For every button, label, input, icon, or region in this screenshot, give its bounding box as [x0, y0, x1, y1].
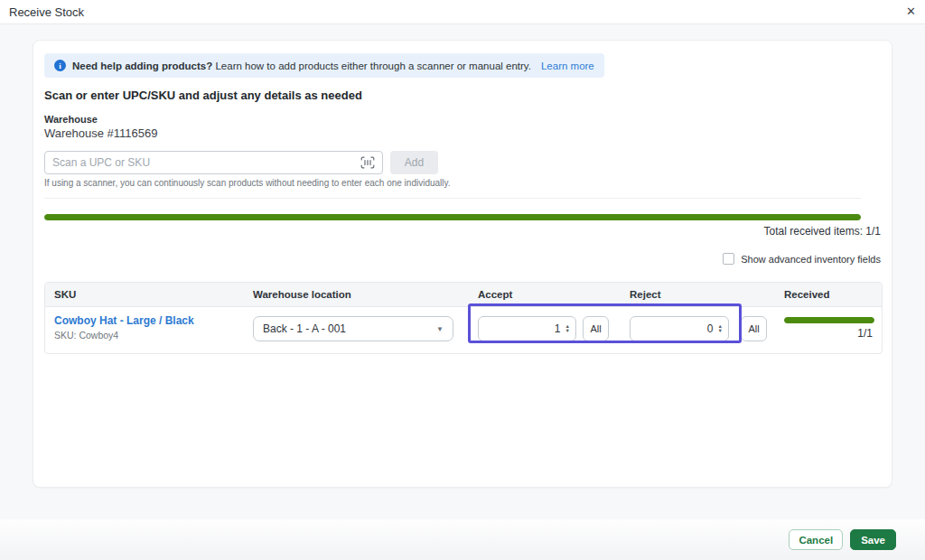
column-header-sku: SKU: [54, 283, 76, 307]
warehouse-label: Warehouse: [44, 114, 98, 125]
chevron-down-icon: ▼: [436, 325, 444, 333]
warehouse-value: Warehouse #1116569: [44, 126, 158, 140]
cancel-button[interactable]: Cancel: [789, 529, 843, 550]
footer-bar: Cancel Save: [0, 519, 925, 560]
total-progress-bar: [44, 214, 861, 220]
scan-input-wrapper: [44, 151, 383, 174]
product-sku-label: SKU: Cowboy4: [54, 330, 118, 341]
receive-stock-card: i Need help adding products? Learn how t…: [33, 40, 892, 488]
barcode-scan-icon: [360, 156, 375, 169]
modal-titlebar: Receive Stock ✕: [0, 0, 925, 24]
scanner-helper-text: If using a scanner, you can continuously…: [44, 178, 451, 188]
info-icon: i: [54, 60, 66, 71]
accept-spinner[interactable]: ▲▼: [565, 324, 570, 333]
spinner-down-icon[interactable]: ▼: [718, 329, 723, 333]
warehouse-location-value: Back - 1 - A - 001: [263, 322, 436, 335]
row-received-progress-bar: [784, 317, 874, 323]
reject-all-button[interactable]: All: [741, 316, 767, 341]
total-progress-fill: [44, 214, 861, 220]
accept-quantity-input[interactable]: [486, 322, 561, 335]
banner-body-text: Learn how to add products either through…: [215, 61, 530, 71]
spinner-down-icon[interactable]: ▼: [565, 329, 570, 333]
section-divider: [44, 198, 861, 199]
learn-more-link[interactable]: Learn more: [541, 61, 594, 71]
show-advanced-row[interactable]: Show advanced inventory fields: [723, 253, 881, 265]
banner-text: Need help adding products? Learn how to …: [72, 61, 531, 71]
add-button[interactable]: Add: [390, 151, 438, 174]
column-header-location: Warehouse location: [253, 283, 351, 307]
reject-quantity-input[interactable]: [638, 322, 714, 335]
help-banner: i Need help adding products? Learn how t…: [44, 53, 604, 78]
column-header-accept: Accept: [478, 283, 512, 307]
reject-quantity-input-wrapper: ▲▼: [630, 316, 729, 341]
banner-bold-text: Need help adding products?: [72, 61, 212, 71]
row-received-progress-fill: [784, 317, 874, 323]
product-name-link[interactable]: Cowboy Hat - Large / Black: [54, 314, 194, 327]
save-button[interactable]: Save: [850, 529, 896, 550]
total-received-label: Total received items: 1/1: [764, 225, 881, 238]
show-advanced-label: Show advanced inventory fields: [741, 254, 881, 265]
row-received-label: 1/1: [857, 327, 873, 340]
table-row: Cowboy Hat - Large / Black SKU: Cowboy4 …: [45, 307, 882, 353]
table-header: SKU Warehouse location Accept Reject Rec…: [45, 283, 882, 307]
warehouse-location-select[interactable]: Back - 1 - A - 001 ▼: [253, 316, 453, 341]
accept-all-button[interactable]: All: [583, 316, 609, 341]
show-advanced-checkbox[interactable]: [723, 253, 734, 265]
scan-input[interactable]: [52, 156, 360, 169]
column-header-reject: Reject: [630, 283, 661, 307]
reject-spinner[interactable]: ▲▼: [718, 324, 723, 333]
receive-items-table: SKU Warehouse location Accept Reject Rec…: [44, 282, 883, 354]
section-heading: Scan or enter UPC/SKU and adjust any det…: [44, 89, 362, 102]
page-title: Receive Stock: [9, 5, 84, 19]
close-icon[interactable]: ✕: [906, 5, 916, 19]
accept-quantity-input-wrapper: ▲▼: [478, 316, 576, 341]
column-header-received: Received: [784, 283, 830, 307]
